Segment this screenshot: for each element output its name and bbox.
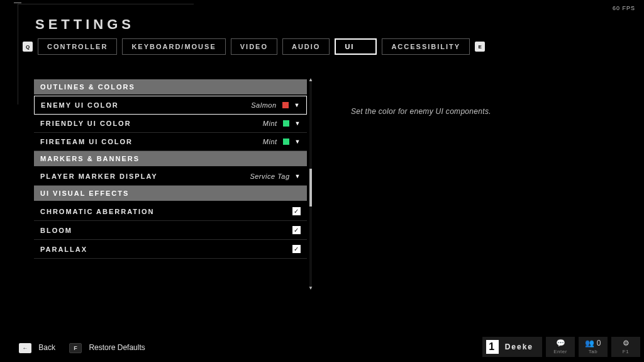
tab-ui[interactable]: UI: [335, 38, 377, 55]
decoration-line: [18, 4, 194, 4]
category-markers-banners: MARKERS & BANNERS: [34, 151, 307, 166]
settings-button[interactable]: ⚙ F1: [611, 337, 640, 357]
profile-chip[interactable]: 1 Deeke: [482, 337, 542, 357]
restore-defaults-button[interactable]: F Restore Defaults: [69, 343, 145, 353]
chat-icon: 💬: [556, 339, 565, 347]
restore-label: Restore Defaults: [89, 343, 145, 352]
tab-controller[interactable]: CONTROLLER: [38, 38, 117, 55]
row-chromatic-aberration[interactable]: CHROMATIC ABERRATION ✓: [34, 202, 307, 221]
tab-video[interactable]: VIDEO: [231, 38, 277, 55]
tab-keyboard-mouse[interactable]: KEYBOARD/MOUSE: [122, 38, 225, 55]
row-friendly-ui-color[interactable]: FRIENDLY UI COLOR Mint ▼: [34, 115, 307, 133]
scrollbar[interactable]: ▲ ▼: [309, 79, 312, 288]
chevron-down-icon: ▼: [294, 102, 300, 108]
fireteam-count: 0: [597, 339, 601, 348]
key-icon: F: [69, 343, 82, 353]
gear-icon: ⚙: [623, 339, 630, 347]
profile-emblem-icon: 1: [486, 340, 499, 354]
tab-audio[interactable]: AUDIO: [282, 38, 330, 55]
row-label: FRIENDLY UI COLOR: [40, 120, 131, 127]
row-value: Mint: [263, 120, 277, 127]
chevron-down-icon: ▼: [295, 139, 301, 145]
fireteam-icon: 👥 0: [585, 339, 601, 347]
key-label: Tab: [589, 349, 597, 354]
checkbox-icon[interactable]: ✓: [292, 207, 301, 215]
help-text: Set the color for enemy UI components.: [351, 107, 491, 116]
tab-bar: Q CONTROLLER KEYBOARD/MOUSE VIDEO AUDIO …: [23, 38, 485, 55]
row-enemy-ui-color[interactable]: ENEMY UI COLOR Salmon ▼: [34, 96, 307, 115]
row-fireteam-ui-color[interactable]: FIRETEAM UI COLOR Mint ▼: [34, 133, 307, 151]
row-label: PARALLAX: [40, 246, 87, 253]
fps-counter: 60 FPS: [613, 5, 635, 11]
decoration-line: [18, 4, 18, 105]
category-ui-visual-effects: UI VISUAL EFFECTS: [34, 186, 307, 201]
back-label: Back: [38, 343, 55, 352]
bumper-right-icon[interactable]: E: [475, 42, 485, 52]
row-label: BLOOM: [40, 227, 72, 234]
key-label: F1: [623, 349, 629, 354]
bumper-left-icon[interactable]: Q: [23, 42, 33, 52]
footer-right: 1 Deeke 💬 Enter 👥 0 Tab ⚙ F1: [482, 337, 640, 357]
key-label: Enter: [553, 349, 567, 354]
footer-left: ← Back F Restore Defaults: [19, 343, 145, 353]
row-label: PLAYER MARKER DISPLAY: [40, 173, 158, 180]
category-outlines-colors: OUTLINES & COLORS: [34, 79, 307, 94]
row-label: ENEMY UI COLOR: [41, 101, 119, 109]
row-value: Service Tag: [250, 173, 289, 180]
color-swatch-icon: [282, 120, 290, 127]
page-title: SETTINGS: [35, 16, 135, 33]
color-swatch-icon: [282, 101, 289, 109]
chat-button[interactable]: 💬 Enter: [546, 337, 575, 357]
color-swatch-icon: [282, 138, 290, 145]
decoration-tick: [14, 3, 21, 6]
back-button[interactable]: ← Back: [19, 343, 55, 353]
scroll-up-icon[interactable]: ▲: [308, 77, 313, 82]
row-value: Salmon: [251, 101, 276, 109]
key-icon: ←: [19, 343, 31, 353]
checkbox-icon[interactable]: ✓: [292, 245, 301, 253]
scroll-down-icon[interactable]: ▼: [308, 285, 313, 291]
tab-accessibility[interactable]: ACCESSIBILITY: [382, 38, 470, 55]
row-bloom[interactable]: BLOOM ✓: [34, 221, 307, 240]
row-label: FIRETEAM UI COLOR: [40, 138, 133, 145]
scrollbar-thumb[interactable]: [309, 169, 312, 206]
chevron-down-icon: ▼: [295, 173, 301, 179]
chevron-down-icon: ▼: [295, 120, 301, 127]
row-player-marker-display[interactable]: PLAYER MARKER DISPLAY Service Tag ▼: [34, 167, 307, 186]
settings-list: OUTLINES & COLORS ENEMY UI COLOR Salmon …: [34, 79, 307, 288]
checkbox-icon[interactable]: ✓: [292, 226, 301, 234]
row-parallax[interactable]: PARALLAX ✓: [34, 240, 307, 259]
fireteam-button[interactable]: 👥 0 Tab: [579, 337, 608, 357]
row-label: CHROMATIC ABERRATION: [40, 208, 155, 215]
row-value: Mint: [263, 138, 277, 145]
profile-name: Deeke: [505, 342, 533, 351]
